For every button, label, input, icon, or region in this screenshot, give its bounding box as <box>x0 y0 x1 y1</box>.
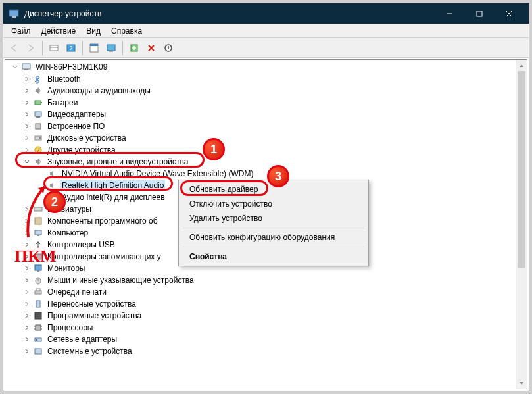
svg-rect-18 <box>35 101 41 105</box>
annotation-badge-3: 3 <box>267 165 289 187</box>
expand-icon[interactable] <box>22 347 32 356</box>
expand-icon[interactable] <box>22 299 32 308</box>
update-driver-button[interactable] <box>126 40 142 56</box>
battery-icon <box>33 97 43 108</box>
unknown-device-icon: ? <box>33 145 43 155</box>
ctx-remove-device[interactable]: Удалить устройство <box>180 211 367 226</box>
category-video[interactable]: Видеоадаптеры <box>8 109 527 120</box>
scroll-down-button[interactable] <box>516 378 527 389</box>
svg-rect-21 <box>36 116 40 118</box>
svg-rect-30 <box>37 235 39 236</box>
maximize-button[interactable] <box>464 3 494 24</box>
ctx-properties[interactable]: Свойства <box>180 249 367 264</box>
svg-rect-33 <box>37 270 39 272</box>
category-bluetooth[interactable]: Bluetooth <box>8 73 527 85</box>
speaker-icon <box>33 86 43 96</box>
portable-icon <box>33 299 43 309</box>
properties-button[interactable] <box>86 40 102 56</box>
ctx-disable-device[interactable]: Отключить устройство <box>180 197 367 211</box>
uninstall-button[interactable] <box>143 40 159 56</box>
svg-rect-11 <box>90 44 98 46</box>
ctx-rescan[interactable]: Обновить конфигурацию оборудования <box>180 230 367 245</box>
svg-rect-38 <box>36 301 40 307</box>
forward-button[interactable] <box>23 40 39 56</box>
category-network[interactable]: Сетевые адаптеры <box>8 333 527 345</box>
sound-device-icon <box>47 168 58 179</box>
component-icon <box>33 216 43 226</box>
svg-rect-6 <box>50 45 58 51</box>
expand-icon[interactable] <box>22 264 32 273</box>
menu-view[interactable]: Вид <box>81 25 106 37</box>
expand-icon[interactable] <box>22 122 32 131</box>
expand-icon[interactable] <box>22 74 32 84</box>
expand-icon[interactable] <box>22 240 32 249</box>
scroll-thumb[interactable] <box>518 71 525 268</box>
expand-icon[interactable] <box>22 98 32 107</box>
annotation-badge-1: 1 <box>203 138 225 160</box>
svg-rect-22 <box>36 124 41 129</box>
expand-icon[interactable] <box>22 145 32 155</box>
help-button[interactable]: ? <box>63 40 79 56</box>
expand-icon[interactable] <box>22 252 32 261</box>
collapse-icon[interactable] <box>11 62 20 72</box>
bluetooth-icon <box>33 74 43 84</box>
monitor-icon <box>33 263 43 274</box>
expand-icon[interactable] <box>22 323 32 332</box>
expand-icon[interactable] <box>22 335 32 344</box>
menu-action[interactable]: Действие <box>36 25 82 37</box>
annotation-badge-2: 2 <box>43 191 66 213</box>
svg-rect-13 <box>109 51 113 52</box>
category-portable[interactable]: Переносные устройства <box>8 298 527 310</box>
category-software-devices[interactable]: Программные устройства <box>8 310 527 322</box>
scan-button[interactable] <box>103 40 119 56</box>
printer-icon <box>33 287 43 297</box>
expand-icon[interactable] <box>22 311 32 320</box>
root-node[interactable]: WIN-86PF3DM1K09 <box>8 61 527 73</box>
expand-icon[interactable] <box>22 216 32 226</box>
expand-icon[interactable] <box>22 287 32 297</box>
keyboard-icon <box>33 204 43 214</box>
minimize-button[interactable] <box>435 3 464 24</box>
category-firmware[interactable]: Встроенное ПО <box>8 120 527 132</box>
category-battery[interactable]: Батареи <box>8 97 527 109</box>
category-audio-io[interactable]: Аудиовходы и аудиовыходы <box>8 85 527 97</box>
category-disk[interactable]: Дисковые устройства <box>8 132 527 144</box>
context-menu: Обновить драйвер Отключить устройство Уд… <box>178 180 369 266</box>
display-adapter-icon <box>33 109 43 120</box>
disable-button[interactable] <box>160 40 176 56</box>
expand-icon[interactable] <box>22 228 32 237</box>
collapse-icon[interactable] <box>22 157 32 166</box>
svg-rect-3 <box>477 11 482 16</box>
menu-file[interactable]: Файл <box>6 25 36 37</box>
category-cpu[interactable]: Процессоры <box>8 322 527 333</box>
svg-rect-19 <box>41 102 42 103</box>
scroll-up-button[interactable] <box>516 60 527 71</box>
expand-icon[interactable] <box>22 110 32 119</box>
expand-icon[interactable] <box>22 205 32 214</box>
category-system[interactable]: Системные устройства <box>8 345 527 357</box>
sound-device-icon <box>47 180 58 191</box>
svg-rect-47 <box>35 349 41 354</box>
menu-bar: Файл Действие Вид Справка <box>3 24 529 38</box>
menu-help[interactable]: Справка <box>106 25 147 37</box>
back-button[interactable] <box>6 40 22 56</box>
category-mouse[interactable]: Мыши и иные указывающие устройства <box>8 274 527 286</box>
vertical-scrollbar[interactable] <box>516 60 527 389</box>
software-device-icon <box>33 310 43 321</box>
category-print-queue[interactable]: Очереди печати <box>8 286 527 298</box>
category-other[interactable]: ? Другие устройства <box>8 144 527 156</box>
show-hidden-button[interactable] <box>46 40 62 56</box>
expand-icon[interactable] <box>22 276 32 285</box>
network-icon <box>33 334 43 345</box>
category-sound[interactable]: Звуковые, игровые и видеоустройства <box>8 156 527 168</box>
expand-icon[interactable] <box>22 134 32 143</box>
ctx-separator <box>183 247 364 247</box>
pc-icon <box>33 228 43 238</box>
svg-text:?: ? <box>69 45 72 51</box>
svg-rect-28 <box>35 218 41 224</box>
svg-rect-39 <box>35 312 41 319</box>
close-button[interactable] <box>494 3 523 24</box>
expand-icon[interactable] <box>22 86 32 95</box>
svg-rect-32 <box>35 265 41 270</box>
computer-icon <box>21 62 32 72</box>
